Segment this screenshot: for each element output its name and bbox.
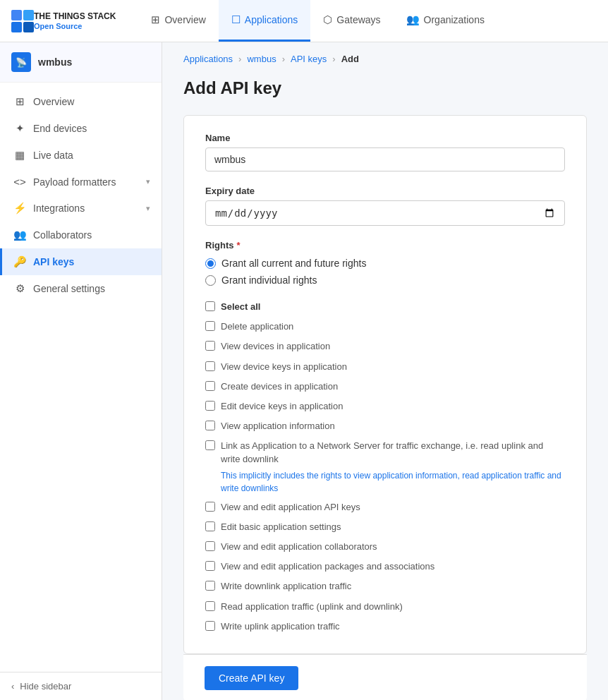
sidebar-item-live-data[interactable]: ▦ Live data — [0, 142, 162, 169]
view-app-info-checkbox[interactable] — [205, 421, 215, 430]
checkbox-write-downlink: Write downlink application traffic — [205, 577, 565, 596]
grant-individual-radio[interactable] — [205, 275, 216, 286]
grant-individual-label: Grant individual rights — [221, 274, 317, 286]
edit-basic-settings-checkbox[interactable] — [205, 521, 215, 531]
nav-tab-overview-label: Overview — [164, 14, 205, 25]
sidebar-end-devices-label: End devices — [33, 123, 150, 134]
sidebar-nav: ⊞ Overview ✦ End devices ▦ Live data <> … — [0, 83, 162, 672]
view-device-keys-label[interactable]: View device keys in application — [221, 361, 347, 373]
rights-label-text: Rights — [205, 240, 233, 251]
delete-app-checkbox[interactable] — [205, 321, 215, 331]
sidebar-item-integrations[interactable]: ⚡ Integrations ▾ — [0, 195, 162, 222]
name-group: Name — [205, 133, 565, 171]
checkbox-read-traffic: Read application traffic (uplink and dow… — [205, 597, 565, 617]
end-devices-icon: ✦ — [13, 122, 26, 135]
nav-tab-organizations[interactable]: 👥 Organizations — [394, 0, 497, 42]
create-api-key-button[interactable]: Create API key — [205, 666, 298, 690]
create-devices-checkbox[interactable] — [205, 381, 215, 391]
live-data-icon: ▦ — [13, 149, 26, 162]
link-app-label[interactable]: Link as Application to a Network Server … — [221, 440, 565, 465]
name-input[interactable] — [205, 147, 565, 171]
integrations-arrow-icon: ▾ — [146, 204, 150, 213]
breadcrumb-api-keys[interactable]: API keys — [291, 54, 327, 64]
hide-sidebar-button[interactable]: ‹ Hide sidebar — [0, 672, 162, 700]
edit-basic-settings-label[interactable]: Edit basic application settings — [221, 521, 341, 533]
view-devices-checkbox[interactable] — [205, 341, 215, 351]
breadcrumb-wmbus[interactable]: wmbus — [247, 54, 276, 64]
hide-sidebar-label: Hide sidebar — [20, 681, 71, 692]
sidebar-item-overview[interactable]: ⊞ Overview — [0, 88, 162, 115]
write-downlink-checkbox[interactable] — [205, 581, 215, 591]
sidebar-item-payload-formatters[interactable]: <> Payload formatters ▾ — [0, 169, 162, 195]
edit-device-keys-checkbox[interactable] — [205, 401, 215, 411]
checkbox-edit-device-keys: Edit device keys in application — [205, 397, 565, 416]
nav-tab-applications[interactable]: ☐ Applications — [219, 0, 311, 42]
rights-required-marker: * — [236, 240, 240, 251]
grant-all-radio[interactable] — [205, 258, 216, 269]
breadcrumb-sep1: › — [238, 54, 241, 64]
delete-app-label[interactable]: Delete application — [221, 320, 293, 333]
view-edit-api-keys-label[interactable]: View and edit application API keys — [221, 501, 360, 514]
create-devices-label[interactable]: Create devices in application — [221, 380, 338, 393]
sidebar-api-keys-label: API keys — [33, 256, 150, 267]
sidebar-collaborators-label: Collaborators — [33, 229, 150, 241]
edit-device-keys-label[interactable]: Edit device keys in application — [221, 400, 343, 413]
applications-icon: ☐ — [231, 13, 241, 26]
expiry-input[interactable] — [205, 200, 565, 226]
collaborators-icon: 👥 — [13, 229, 26, 241]
grant-individual-option[interactable]: Grant individual rights — [205, 274, 565, 286]
sidebar-item-api-keys[interactable]: 🔑 API keys — [0, 248, 162, 275]
api-keys-icon: 🔑 — [13, 255, 26, 268]
select-all-item: Select all — [205, 297, 565, 317]
sidebar: 📡 wmbus ⊞ Overview ✦ End devices ▦ Live … — [0, 42, 162, 700]
sidebar-overview-label: Overview — [33, 96, 150, 107]
select-all-label[interactable]: Select all — [221, 301, 260, 313]
view-edit-api-keys-checkbox[interactable] — [205, 502, 215, 512]
add-api-key-form: Name Expiry date Rights * Grant all curr… — [183, 115, 587, 654]
nav-tab-overview[interactable]: ⊞ Overview — [138, 0, 218, 42]
sidebar-item-collaborators[interactable]: 👥 Collaborators — [0, 222, 162, 248]
payload-formatters-icon: <> — [13, 176, 26, 188]
logo-icon — [11, 10, 34, 32]
read-traffic-checkbox[interactable] — [205, 601, 215, 611]
read-traffic-label[interactable]: Read application traffic (uplink and dow… — [221, 601, 403, 613]
write-downlink-label[interactable]: Write downlink application traffic — [221, 580, 351, 593]
checkbox-edit-basic-settings: Edit basic application settings — [205, 517, 565, 537]
link-app-subtext: This implicitly includes the rights to v… — [221, 469, 565, 495]
organizations-icon: 👥 — [406, 13, 420, 26]
view-app-info-label[interactable]: View application information — [221, 420, 335, 433]
breadcrumb-applications[interactable]: Applications — [183, 54, 233, 64]
view-device-keys-checkbox[interactable] — [205, 361, 215, 371]
nav-tab-gateways-label: Gateways — [336, 14, 380, 25]
write-uplink-label[interactable]: Write uplink application traffic — [221, 620, 340, 633]
content-area: Applications › wmbus › API keys › Add Ad… — [162, 42, 608, 700]
logo-sq4 — [23, 22, 34, 32]
view-edit-packages-label[interactable]: View and edit application packages and a… — [221, 560, 434, 573]
view-edit-collaborators-label[interactable]: View and edit application collaborators — [221, 541, 377, 553]
grant-all-label: Grant all current and future rights — [221, 258, 366, 269]
sidebar-item-end-devices[interactable]: ✦ End devices — [0, 115, 162, 142]
general-settings-icon: ⚙ — [13, 282, 26, 295]
grant-all-option[interactable]: Grant all current and future rights — [205, 258, 565, 269]
checkbox-view-edit-collaborators: View and edit application collaborators — [205, 537, 565, 557]
sidebar-app-name: wmbus — [38, 56, 72, 68]
view-edit-collaborators-checkbox[interactable] — [205, 541, 215, 551]
link-app-checkbox[interactable] — [205, 440, 215, 450]
rights-checkboxes: Select all Delete application View devic… — [205, 297, 565, 636]
checkbox-view-device-keys: View device keys in application — [205, 357, 565, 377]
sidebar-general-settings-label: General settings — [33, 283, 150, 294]
sidebar-item-general-settings[interactable]: ⚙ General settings — [0, 275, 162, 302]
sidebar-integrations-label: Integrations — [33, 203, 139, 214]
breadcrumb: Applications › wmbus › API keys › Add — [162, 42, 608, 64]
nav-tab-organizations-label: Organizations — [424, 14, 485, 25]
breadcrumb-sep3: › — [332, 54, 335, 64]
nav-tab-gateways[interactable]: ⬡ Gateways — [310, 0, 393, 42]
select-all-checkbox[interactable] — [205, 301, 215, 311]
integrations-icon: ⚡ — [13, 202, 26, 215]
page-title: Add API key — [162, 78, 608, 98]
write-uplink-checkbox[interactable] — [205, 621, 215, 631]
view-edit-packages-checkbox[interactable] — [205, 561, 215, 571]
checkbox-write-uplink: Write uplink application traffic — [205, 617, 565, 636]
checkbox-view-edit-packages: View and edit application packages and a… — [205, 557, 565, 577]
view-devices-label[interactable]: View devices in application — [221, 340, 330, 353]
